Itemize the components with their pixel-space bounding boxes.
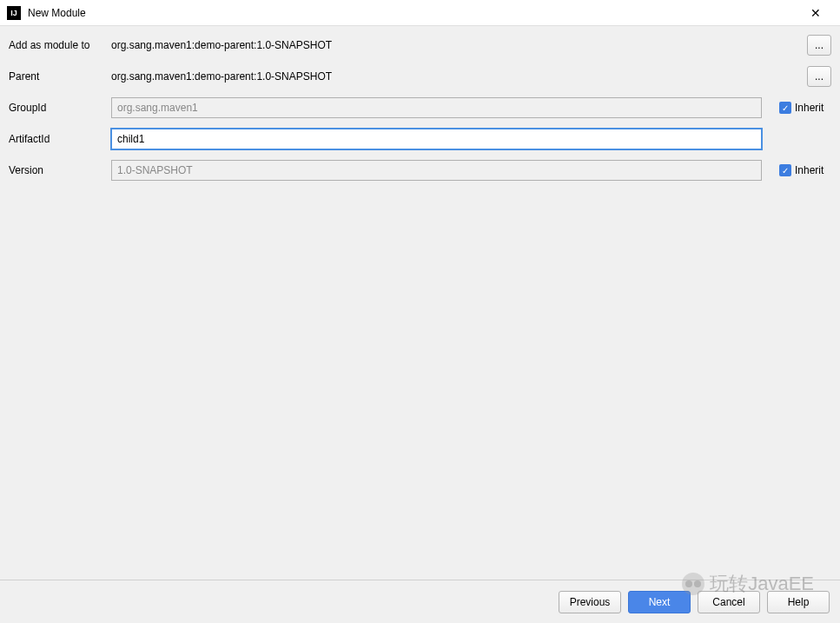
add-module-value: org.sang.maven1:demo-parent:1.0-SNAPSHOT (111, 39, 807, 51)
version-input[interactable] (111, 160, 762, 181)
add-module-browse-button[interactable]: ... (807, 35, 831, 56)
artifactid-label: ArtifactId (9, 133, 111, 145)
version-inherit-checkbox[interactable]: ✓ (779, 164, 791, 176)
help-button[interactable]: Help (767, 591, 830, 613)
groupid-label: GroupId (9, 102, 111, 114)
app-icon: IJ (7, 6, 21, 20)
parent-browse-button[interactable]: ... (807, 66, 831, 87)
titlebar: IJ New Module ✕ (0, 0, 840, 26)
version-inherit-label: Inherit (795, 164, 823, 176)
groupid-inherit-label: Inherit (795, 102, 823, 114)
window-title: New Module (28, 7, 798, 19)
content-area: Add as module to org.sang.maven1:demo-pa… (0, 26, 840, 580)
previous-button[interactable]: Previous (559, 591, 621, 613)
add-module-label: Add as module to (9, 39, 111, 51)
parent-row: Parent org.sang.maven1:demo-parent:1.0-S… (9, 66, 831, 87)
cancel-button[interactable]: Cancel (698, 591, 760, 613)
groupid-inherit-wrap: ✓ Inherit (779, 102, 823, 114)
artifactid-row: ArtifactId (9, 129, 831, 149)
add-module-row: Add as module to org.sang.maven1:demo-pa… (9, 35, 831, 56)
close-button[interactable]: ✕ (798, 1, 833, 25)
footer: Previous Next Cancel Help (0, 580, 840, 623)
parent-value: org.sang.maven1:demo-parent:1.0-SNAPSHOT (111, 70, 807, 83)
groupid-inherit-checkbox[interactable]: ✓ (779, 102, 791, 114)
artifactid-input[interactable] (111, 129, 762, 149)
version-row: Version ✓ Inherit (9, 160, 831, 181)
groupid-input[interactable] (111, 97, 762, 118)
parent-label: Parent (9, 70, 111, 83)
groupid-row: GroupId ✓ Inherit (9, 97, 831, 118)
version-label: Version (9, 164, 111, 176)
version-inherit-wrap: ✓ Inherit (779, 164, 823, 176)
next-button[interactable]: Next (628, 591, 691, 613)
